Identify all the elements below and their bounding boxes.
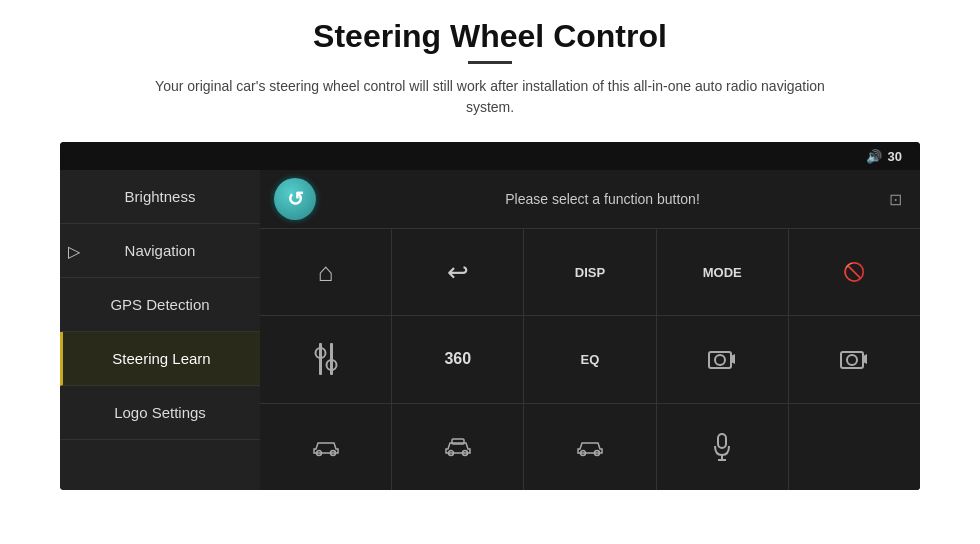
cursor-indicator: ▷: [68, 241, 80, 260]
home-icon: ⌂: [318, 257, 334, 288]
fn-btn-back[interactable]: ↩: [392, 229, 523, 315]
sidebar-item-gps[interactable]: GPS Detection: [60, 278, 260, 332]
volume-level: 30: [888, 149, 902, 164]
fn-btn-disp[interactable]: DISP: [524, 229, 655, 315]
car2-icon: [444, 437, 472, 457]
top-right-icon: ⊡: [889, 190, 902, 209]
subtitle: Your original car's steering wheel contr…: [140, 76, 840, 118]
sidebar-label-gps: GPS Detection: [110, 296, 209, 313]
car1-icon: [312, 437, 340, 457]
back-icon: ↩: [447, 257, 469, 288]
cam2-icon: [840, 348, 868, 370]
phone-mute-icon: 🚫: [843, 261, 865, 283]
prompt-text: Please select a function button!: [330, 191, 875, 207]
volume-icon: 🔊: [866, 149, 882, 164]
mic-icon: [713, 433, 731, 461]
sidebar-label-logo: Logo Settings: [114, 404, 206, 421]
sidebar-label-brightness: Brightness: [125, 188, 196, 205]
label-360: 360: [444, 350, 471, 368]
page-title: Steering Wheel Control: [60, 18, 920, 55]
content-panel: ↺ Please select a function button! ⊡ ⌂ ↩…: [260, 170, 920, 490]
fn-btn-car2[interactable]: [392, 404, 523, 490]
fn-btn-car1[interactable]: [260, 404, 391, 490]
sidebar-label-navigation: Navigation: [125, 242, 196, 259]
header-section: Steering Wheel Control Your original car…: [0, 0, 980, 128]
fn-btn-mode[interactable]: MODE: [657, 229, 788, 315]
sidebar-label-steering: Steering Learn: [112, 350, 210, 367]
fn-btn-tune[interactable]: [260, 316, 391, 402]
status-bar: 🔊 30: [60, 142, 920, 170]
refresh-button[interactable]: ↺: [274, 178, 316, 220]
tune-icon: [314, 343, 338, 375]
title-divider: [468, 61, 512, 64]
fn-btn-cam1[interactable]: [657, 316, 788, 402]
fn-btn-phone-mute[interactable]: 🚫: [789, 229, 920, 315]
fn-btn-mic[interactable]: [657, 404, 788, 490]
fn-btn-car3[interactable]: [524, 404, 655, 490]
sidebar: Brightness ▷ Navigation GPS Detection St…: [60, 170, 260, 490]
cam1-icon: [708, 348, 736, 370]
svg-rect-14: [452, 439, 464, 444]
svg-point-8: [847, 355, 857, 365]
top-bar: ↺ Please select a function button! ⊡: [260, 170, 920, 229]
sidebar-item-navigation[interactable]: ▷ Navigation: [60, 224, 260, 278]
eq-label: EQ: [581, 352, 600, 367]
main-area: Brightness ▷ Navigation GPS Detection St…: [60, 170, 920, 490]
car3-icon: [576, 437, 604, 457]
disp-label: DISP: [575, 265, 605, 280]
sidebar-item-brightness[interactable]: Brightness: [60, 170, 260, 224]
svg-point-5: [715, 355, 725, 365]
fn-btn-eq[interactable]: EQ: [524, 316, 655, 402]
mode-label: MODE: [703, 265, 742, 280]
sidebar-item-logo[interactable]: Logo Settings: [60, 386, 260, 440]
fn-btn-home[interactable]: ⌂: [260, 229, 391, 315]
refresh-icon: ↺: [287, 187, 304, 211]
fn-btn-cam2[interactable]: [789, 316, 920, 402]
fn-btn-empty: [789, 404, 920, 490]
svg-rect-17: [718, 434, 726, 448]
sidebar-item-steering[interactable]: Steering Learn: [60, 332, 260, 386]
button-grid: ⌂ ↩ DISP MODE 🚫: [260, 229, 920, 490]
fn-btn-360[interactable]: 360: [392, 316, 523, 402]
car-screen: 🔊 30 Brightness ▷ Navigation GPS Detecti…: [60, 142, 920, 490]
